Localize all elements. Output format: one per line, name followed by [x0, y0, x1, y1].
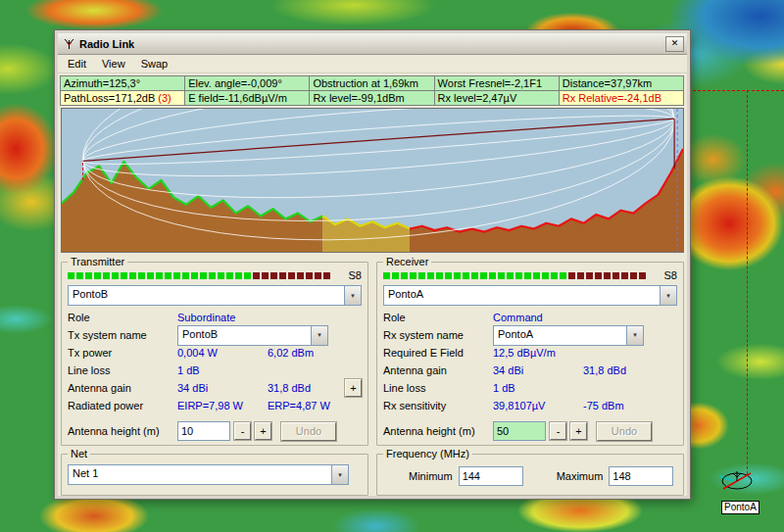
tx-height-minus-button[interactable]: - [234, 422, 251, 440]
status-distance: Distance=37,97km [559, 75, 684, 91]
terrain-profile-chart [61, 108, 684, 253]
map-crosshair-vertical [747, 90, 748, 474]
close-icon: ✕ [671, 39, 679, 48]
tx-signal-level: S8 [349, 269, 362, 281]
rx-system-value: PontoA [494, 326, 626, 345]
tx-line-loss-label: Line loss [68, 364, 177, 376]
status-elev-angle: Elev. angle=-0,009° [184, 75, 310, 91]
tx-antenna-gain-label: Antenna gain [68, 382, 177, 394]
receiver-group: Receiver S8 PontoA ▼ Role Command Rx sys… [376, 256, 684, 446]
menubar: Edit View Swap [58, 55, 687, 73]
rx-antenna-gain-label: Antenna gain [383, 364, 493, 376]
tx-erp-value: ERP=4,87 W [268, 400, 330, 411]
status-azimuth: Azimuth=125,3° [60, 75, 185, 91]
tx-line-loss-value: 1 dB [177, 364, 200, 376]
net-group: Net Net 1 ▼ [61, 448, 368, 496]
tx-antenna-height-label: Antenna height (m) [68, 425, 177, 437]
rx-antenna-height-input[interactable] [493, 421, 546, 441]
status-rx-level-dbm: Rx level=-99,1dBm [309, 90, 434, 106]
frequency-min-input[interactable] [459, 466, 523, 486]
tx-eirp-value: EIRP=7,98 W [177, 400, 268, 411]
tx-gain-dbi: 34 dBi [177, 382, 268, 394]
rx-role-label: Role [383, 312, 493, 323]
status-obstruction: Obstruction at 1,69km [309, 75, 434, 91]
status-worst-fresnel: Worst Fresnel=-2,1F1 [434, 75, 560, 91]
status-rx-relative: Rx Relative=-24,1dB [559, 90, 684, 106]
rx-required-efield-value: 12,5 dBµV/m [493, 347, 556, 359]
map-marker-label: PontoA [721, 501, 760, 514]
tx-antenna-height-input[interactable] [177, 421, 230, 441]
radio-link-icon [61, 37, 76, 51]
chevron-down-icon: ▼ [331, 465, 348, 484]
tx-system-value: PontoB [178, 326, 311, 345]
frequency-max-label: Maximum [557, 470, 604, 482]
rx-sensitivity-uv: 39,8107µV [493, 400, 583, 411]
status-grid: Azimuth=125,3° Elev. angle=-0,009° Obstr… [61, 76, 684, 106]
close-button[interactable]: ✕ [665, 36, 684, 52]
chevron-down-icon: ▼ [311, 326, 327, 345]
rx-signal-meter [383, 272, 659, 279]
rx-sensitivity-dbm: -75 dBm [583, 400, 624, 411]
net-value: Net 1 [69, 465, 331, 484]
rx-system-name-label: Rx system name [383, 329, 493, 341]
tx-radiated-power-label: Radiated power [68, 400, 177, 411]
rx-unit-select[interactable]: PontoA ▼ [383, 285, 677, 306]
status-pathloss-note: (3) [158, 92, 171, 104]
tx-gain-dbd: 31,8 dBd [268, 382, 311, 394]
tx-role-value: Subordinate [177, 312, 235, 323]
chevron-down-icon: ▼ [660, 286, 676, 305]
tx-power-watts: 0,004 W [177, 347, 268, 359]
rx-signal-level: S8 [664, 269, 677, 281]
map-crosshair-horizontal [683, 90, 784, 91]
rx-line-loss-label: Line loss [383, 382, 493, 394]
frequency-group: Frequency (MHz) Minimum Maximum [376, 448, 684, 496]
window-title: Radio Link [79, 38, 665, 50]
rx-sensitivity-label: Rx sensitivity [383, 400, 493, 411]
rx-line-loss-value: 1 dB [493, 382, 515, 394]
radio-link-window: Radio Link ✕ Edit View Swap Azimuth=125,… [55, 30, 690, 499]
chevron-down-icon: ▼ [344, 286, 361, 305]
tx-power-dbm: 6,02 dBm [268, 347, 314, 359]
tx-system-name-label: Tx system name [68, 329, 177, 341]
rx-required-efield-label: Required E Field [383, 347, 493, 359]
rx-antenna-height-label: Antenna height (m) [383, 425, 493, 437]
transmitter-group-title: Transmitter [68, 256, 127, 267]
status-rx-level-uv: Rx level=2,47µV [434, 90, 560, 106]
tx-unit-value: PontoB [69, 286, 344, 305]
antenna-marker-icon [717, 466, 757, 494]
rx-gain-dbd: 31,8 dBd [583, 364, 626, 376]
tx-power-label: Tx power [68, 347, 177, 359]
receiver-group-title: Receiver [383, 256, 431, 267]
tx-system-select[interactable]: PontoB ▼ [177, 325, 328, 346]
frequency-min-label: Minimum [409, 470, 453, 482]
tx-antenna-detail-button[interactable]: + [345, 379, 362, 397]
status-pathloss: PathLoss=171,2dB (3) [60, 90, 185, 106]
map-marker-pontoa[interactable] [717, 466, 757, 496]
menu-view[interactable]: View [94, 56, 133, 72]
tx-signal-meter [68, 272, 343, 279]
frequency-group-title: Frequency (MHz) [383, 448, 472, 459]
rx-height-plus-button[interactable]: + [570, 422, 587, 440]
transmitter-group: Transmitter S8 PontoB ▼ Role Subordinate… [61, 256, 368, 446]
status-e-field: E field=-11,6dBµV/m [184, 90, 310, 106]
chevron-down-icon: ▼ [626, 326, 643, 345]
tx-height-plus-button[interactable]: + [255, 422, 271, 440]
net-select[interactable]: Net 1 ▼ [68, 464, 349, 485]
rx-gain-dbi: 34 dBi [493, 364, 583, 376]
menu-swap[interactable]: Swap [133, 56, 176, 72]
rx-role-value: Command [493, 312, 543, 323]
rx-height-minus-button[interactable]: - [550, 422, 566, 440]
net-group-title: Net [68, 448, 90, 459]
tx-role-label: Role [68, 312, 177, 323]
frequency-max-input[interactable] [609, 466, 673, 486]
tx-undo-button[interactable]: Undo [281, 422, 336, 441]
rx-undo-button[interactable]: Undo [597, 422, 652, 441]
menu-edit[interactable]: Edit [60, 56, 94, 72]
tx-unit-select[interactable]: PontoB ▼ [68, 285, 362, 306]
titlebar[interactable]: Radio Link ✕ [58, 33, 687, 55]
rx-unit-value: PontoA [384, 286, 660, 305]
rx-system-select[interactable]: PontoA ▼ [493, 325, 644, 346]
